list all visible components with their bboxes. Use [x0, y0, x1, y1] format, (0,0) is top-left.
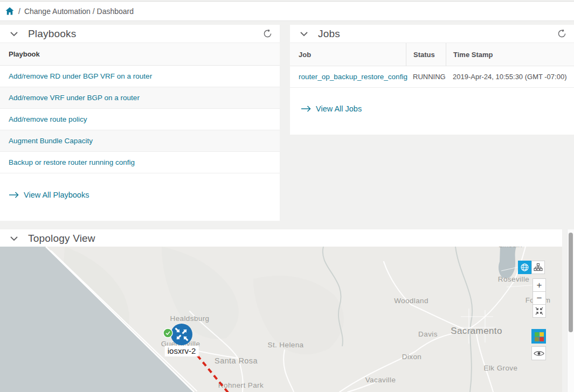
playbooks-title: Playbooks	[28, 28, 76, 40]
page-scrollbar	[567, 229, 574, 392]
playbook-link[interactable]: Add/remove RD under BGP VRF on a router	[9, 72, 152, 80]
device-status-badge	[163, 328, 173, 338]
device-node-iosxrv-2[interactable]	[171, 324, 192, 345]
jobs-rows: router_op_backup_restore_configRUNNING20…	[290, 66, 574, 88]
job-link[interactable]: router_op_backup_restore_config	[299, 73, 407, 81]
arrow-right-icon	[301, 106, 312, 112]
playbook-link[interactable]: Add/remove VRF under BGP on a router	[9, 94, 140, 102]
playbook-row: Backup or restore router running config	[0, 152, 280, 173]
jobs-col-timestamp: Time Stamp	[446, 43, 574, 66]
map-place-label: Elk Grove	[484, 364, 518, 372]
playbooks-rows: Add/remove RD under BGP VRF on a routerA…	[0, 66, 280, 173]
topology-collapse-chevron-icon[interactable]	[9, 233, 19, 244]
logical-view-button[interactable]	[531, 261, 545, 274]
zoom-out-button[interactable]: −	[532, 291, 546, 305]
jobs-col-job: Job	[290, 43, 406, 66]
playbooks-refresh-icon[interactable]	[263, 29, 272, 38]
fit-to-view-button[interactable]	[532, 304, 546, 318]
map-place-label: St. Helena	[267, 341, 303, 349]
map-place-label: Vacaville	[365, 376, 396, 384]
jobs-col-status: Status	[406, 43, 446, 66]
map-place-label: Sacramento	[451, 326, 502, 337]
playbooks-column-header: Playbook	[9, 50, 40, 58]
playbook-row: Add/remove RD under BGP VRF on a router	[0, 66, 280, 87]
jobs-refresh-icon[interactable]	[557, 29, 566, 38]
geo-view-button[interactable]	[518, 261, 531, 274]
playbooks-panel: Playbooks Playbook Add/remove RD under B…	[0, 25, 280, 221]
globe-icon	[520, 263, 529, 272]
home-icon[interactable]	[5, 7, 14, 15]
map-place-label: Dixon	[402, 353, 422, 361]
zoom-controls: + −	[532, 279, 546, 318]
job-timestamp: 2019-Apr-24, 10:55:30 (GMT -07:00)	[446, 66, 574, 88]
topology-map[interactable]: LincolnRosevilleFolsomHealdsburgGuernevi…	[0, 247, 562, 392]
playbook-row: Augment Bundle Capacity	[0, 130, 280, 152]
scrollbar-thumb[interactable]	[569, 233, 573, 332]
map-place-label: Roseville	[498, 275, 529, 283]
breadcrumb-separator: /	[18, 7, 20, 16]
view-all-jobs-link[interactable]: View All Jobs	[301, 104, 362, 113]
playbook-link[interactable]: Augment Bundle Capacity	[9, 137, 93, 145]
playbook-link[interactable]: Backup or restore router running config	[9, 158, 135, 166]
device-label: iosxrv-2	[165, 346, 199, 356]
map-place-label: Healdsburg	[170, 314, 209, 323]
view-all-playbooks-link[interactable]: View All Playbooks	[9, 191, 89, 199]
job-row: router_op_backup_restore_configRUNNING20…	[290, 66, 574, 88]
map-place-label: Lincoln	[499, 247, 522, 249]
map-place-label: Woodland	[394, 297, 428, 305]
map-place-label: Rohnert Park	[218, 381, 264, 389]
map-place-label: Santa Rosa	[215, 356, 258, 365]
jobs-collapse-chevron-icon[interactable]	[299, 29, 309, 39]
playbooks-collapse-chevron-icon[interactable]	[9, 29, 19, 39]
breadcrumb-path[interactable]: Change Automation / Dashboard	[24, 7, 134, 16]
job-status: RUNNING	[406, 66, 446, 88]
topology-title: Topology View	[28, 233, 95, 244]
fit-to-view-icon	[535, 307, 543, 315]
playbook-row: Add/remove route policy	[0, 109, 280, 130]
zoom-in-button[interactable]: +	[532, 278, 546, 292]
network-topology-icon	[534, 263, 543, 272]
map-view-toggle	[518, 261, 545, 274]
playbook-row: Add/remove VRF under BGP on a router	[0, 87, 280, 109]
jobs-panel: Jobs Job Status Time Stamp router_op_bac…	[290, 25, 574, 135]
map-place-label: Davis	[418, 330, 438, 338]
arrow-right-icon	[9, 192, 19, 198]
breadcrumb: / Change Automation / Dashboard	[0, 2, 574, 21]
playbook-link[interactable]: Add/remove route policy	[9, 115, 87, 123]
map-base-layer	[0, 247, 562, 392]
topology-panel: Topology View	[0, 229, 562, 392]
jobs-title: Jobs	[318, 28, 340, 40]
